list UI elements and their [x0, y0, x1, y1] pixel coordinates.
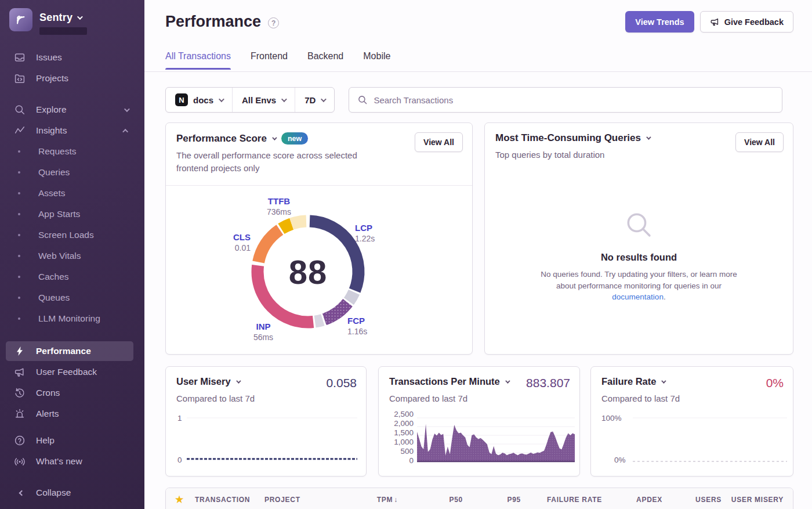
column-users[interactable]: USERS: [662, 496, 722, 504]
tab-all-transactions[interactable]: All Transactions: [165, 51, 231, 70]
sidebar-item-user-feedback[interactable]: User Feedback: [0, 362, 144, 382]
sidebar-item-whats-new[interactable]: What's new: [0, 452, 144, 471]
date-range-filter[interactable]: 7D: [295, 88, 334, 112]
sidebar-item-insights[interactable]: Insights: [0, 121, 144, 140]
column-tpm[interactable]: TPM↓: [333, 496, 398, 504]
chevron-left-icon: [14, 487, 26, 499]
sidebar-item-label: What's new: [36, 456, 82, 467]
chevron-down-icon: [272, 135, 277, 140]
user-misery-card: User Misery 0.058 Compared to last 7d 1 …: [165, 366, 367, 476]
main-content: Performance ? View Trends Give Feedback …: [144, 0, 812, 509]
search-icon: [357, 95, 368, 105]
sidebar-item-screen-loads[interactable]: Screen Loads: [0, 225, 144, 245]
column-p95[interactable]: P95: [463, 496, 521, 504]
sidebar-item-help[interactable]: Help: [0, 431, 144, 450]
y-axis-tick: 1,000: [387, 438, 414, 446]
sidebar-item-app-starts[interactable]: App Starts: [0, 204, 144, 224]
chevron-down-icon: [646, 135, 651, 139]
org-name-redacted: [39, 27, 87, 35]
user-misery-dropdown[interactable]: User Misery: [176, 376, 240, 387]
sidebar-item-label: Web Vitals: [38, 251, 81, 261]
broadcast-icon: [14, 456, 26, 467]
insights-icon: [14, 125, 26, 136]
card-divider: [166, 185, 472, 186]
view-trends-button[interactable]: View Trends: [625, 11, 694, 33]
y-axis-tick: 0%: [614, 456, 627, 464]
view-all-queries-button[interactable]: View All: [735, 132, 784, 152]
column-p50[interactable]: P50: [398, 496, 463, 504]
chevron-up-icon: [122, 128, 128, 134]
sidebar-collapse-button[interactable]: Collapse: [0, 483, 144, 503]
compare-label: Compared to last 7d: [166, 390, 366, 403]
sidebar-item-llm-monitoring[interactable]: LLM Monitoring: [0, 309, 144, 328]
view-tabs: All Transactions Frontend Backend Mobile: [165, 51, 390, 70]
tab-frontend[interactable]: Frontend: [251, 51, 288, 70]
chevron-down-icon: [281, 96, 287, 102]
date-range-label: 7D: [304, 95, 316, 105]
sidebar-item-label: Crons: [36, 388, 60, 398]
sidebar-item-issues[interactable]: Issues: [0, 48, 144, 67]
vital-ttfb: TTFB736ms: [253, 196, 305, 217]
performance-score-dropdown[interactable]: Performance Score: [176, 133, 276, 145]
star-column-header[interactable]: ★: [175, 494, 195, 505]
environment-filter[interactable]: All Envs: [232, 88, 295, 112]
user-misery-value: 0.058: [326, 376, 357, 390]
documentation-link[interactable]: documentation: [612, 293, 664, 301]
queries-dropdown[interactable]: Most Time-Consuming Queries: [495, 132, 650, 144]
tab-mobile[interactable]: Mobile: [363, 51, 390, 70]
column-user-misery[interactable]: USER MISERY: [722, 496, 784, 504]
y-axis-tick: 500: [387, 447, 414, 456]
column-failure-rate[interactable]: FAILURE RATE: [521, 496, 602, 504]
sidebar-item-label: Queues: [38, 293, 70, 303]
sidebar-item-label: Issues: [36, 52, 62, 63]
give-feedback-button[interactable]: Give Feedback: [700, 11, 793, 33]
user-misery-chart: [186, 413, 358, 467]
failure-rate-dropdown[interactable]: Failure Rate: [601, 376, 665, 387]
sidebar-item-performance[interactable]: Performance: [6, 341, 133, 361]
sidebar-item-explore[interactable]: Explore: [0, 100, 144, 120]
chevron-down-icon: [124, 106, 130, 112]
sidebar-item-alerts[interactable]: Alerts: [0, 404, 144, 424]
transactions-table: ★ TRANSACTION PROJECT TPM↓ P50 P95 FAILU…: [165, 488, 793, 509]
app-window: Sentry Issues Projects Explore Insights …: [0, 0, 812, 509]
column-project[interactable]: PROJECT: [264, 496, 333, 504]
sidebar-item-projects[interactable]: Projects: [0, 68, 144, 88]
siren-icon: [14, 408, 26, 420]
y-axis-tick: 0: [387, 456, 414, 465]
sidebar-item-label: App Starts: [38, 209, 80, 219]
tabs-divider: [144, 71, 812, 72]
help-icon: [14, 435, 26, 446]
help-question-icon[interactable]: ?: [268, 17, 279, 28]
sidebar-item-crons[interactable]: Crons: [0, 383, 144, 403]
sidebar: Sentry Issues Projects Explore Insights …: [0, 0, 144, 509]
tpm-dropdown[interactable]: Transactions Per Minute: [389, 376, 509, 387]
failure-rate-chart: [632, 413, 788, 467]
search-input[interactable]: [374, 95, 774, 105]
sidebar-item-queues[interactable]: Queues: [0, 288, 144, 308]
y-axis-tick: 0: [177, 456, 186, 464]
org-switcher[interactable]: Sentry: [9, 8, 87, 35]
sidebar-item-label: Alerts: [36, 409, 59, 419]
column-apdex[interactable]: APDEX: [602, 496, 662, 504]
chevron-down-icon: [662, 378, 666, 383]
sidebar-item-assets[interactable]: Assets: [0, 183, 144, 203]
view-all-performance-button[interactable]: View All: [415, 132, 463, 152]
sidebar-item-caches[interactable]: Caches: [0, 267, 144, 287]
button-label: View Trends: [635, 17, 684, 27]
brand-name: Sentry: [39, 12, 72, 24]
sidebar-item-label: Performance: [36, 346, 91, 356]
queries-card: Most Time-Consuming Queries View All Top…: [484, 122, 793, 355]
column-transaction[interactable]: TRANSACTION: [195, 496, 264, 504]
y-axis-tick: 2,500: [387, 410, 414, 418]
tab-backend[interactable]: Backend: [307, 51, 343, 70]
page-filter-bar: N docs All Envs 7D: [165, 87, 335, 113]
project-filter[interactable]: N docs: [166, 88, 232, 112]
sidebar-item-label: Insights: [36, 125, 67, 136]
empty-state-body: No queries found. Try updating your filt…: [537, 269, 741, 303]
sidebar-item-queries[interactable]: Queries: [0, 163, 144, 182]
tpm-card: Transactions Per Minute 883.807 Compared…: [378, 366, 580, 476]
sidebar-item-requests[interactable]: Requests: [0, 142, 144, 161]
search-icon: [14, 104, 26, 115]
compare-label: Compared to last 7d: [591, 390, 793, 403]
sidebar-item-web-vitals[interactable]: Web Vitals: [0, 246, 144, 266]
